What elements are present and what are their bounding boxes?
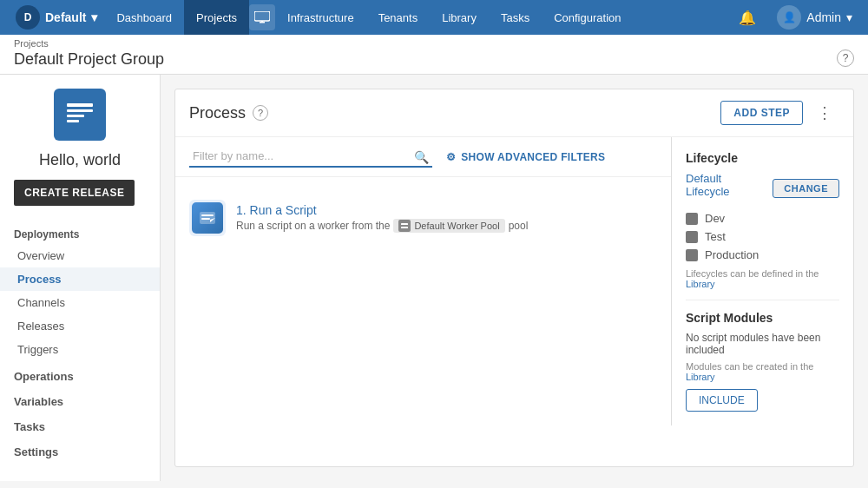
brand-avatar: D xyxy=(16,5,40,30)
step-desc-text: Run a script on a worker from the xyxy=(236,220,390,232)
nav-item-dashboard[interactable]: Dashboard xyxy=(104,0,184,35)
advanced-filters-button[interactable]: ⚙ SHOW ADVANCED FILTERS xyxy=(446,151,605,163)
svg-rect-8 xyxy=(201,214,214,216)
sidebar-item-triggers[interactable]: Triggers xyxy=(0,338,160,361)
create-release-button[interactable]: CREATE RELEASE xyxy=(14,180,135,206)
svg-rect-4 xyxy=(67,109,93,112)
svg-rect-9 xyxy=(201,218,210,220)
change-lifecycle-button[interactable]: CHANGE xyxy=(773,179,839,198)
script-modules-note: Modules can be created in the Library xyxy=(686,361,839,382)
svg-rect-5 xyxy=(67,115,84,117)
filter-icon: ⚙ xyxy=(446,151,456,163)
sidebar-item-tasks[interactable]: Tasks xyxy=(0,412,160,437)
filter-input-wrap: 🔍 xyxy=(189,146,432,168)
sidebar-item-process[interactable]: Process xyxy=(0,267,160,291)
panel-divider xyxy=(686,300,839,300)
sidebar-item-variables[interactable]: Variables xyxy=(0,386,160,412)
step-pool-suffix: pool xyxy=(509,220,529,232)
step-number: 1. xyxy=(236,203,247,217)
script-modules-title: Script Modules xyxy=(686,311,839,325)
user-name: Admin xyxy=(806,10,841,24)
sidebar-item-settings[interactable]: Settings xyxy=(0,437,160,462)
svg-rect-12 xyxy=(401,227,408,228)
nav-item-tasks[interactable]: Tasks xyxy=(489,0,542,35)
notification-bell-icon[interactable]: 🔔 xyxy=(732,6,763,30)
svg-rect-0 xyxy=(254,11,270,21)
pool-icon xyxy=(398,220,411,232)
phase-production-label: Production xyxy=(705,248,759,261)
process-title: Process xyxy=(189,104,246,122)
phase-dev-label: Dev xyxy=(705,212,725,225)
step-pool-name: Default Worker Pool xyxy=(414,221,499,231)
more-options-icon[interactable]: ⋮ xyxy=(810,100,839,126)
phase-test: Test xyxy=(686,230,839,243)
right-panel: Lifecycle Default Lifecycle CHANGE Dev T… xyxy=(671,137,853,425)
phase-production-icon xyxy=(686,249,698,261)
sidebar-item-overview[interactable]: Overview xyxy=(0,244,160,267)
user-menu[interactable]: 👤 Admin ▾ xyxy=(770,5,859,30)
lifecycle-header-row: Default Lifecycle CHANGE xyxy=(686,172,839,205)
main-layout: Hello, world CREATE RELEASE Deployments … xyxy=(0,75,868,481)
step-icon-inner xyxy=(192,202,223,234)
page-title: Default Project Group xyxy=(14,50,854,74)
nav-item-library[interactable]: Library xyxy=(430,0,489,35)
add-step-button[interactable]: ADD STEP xyxy=(720,101,803,125)
nav-item-infrastructure[interactable]: Infrastructure xyxy=(275,0,366,35)
nav-item-configuration[interactable]: Configuration xyxy=(542,0,633,35)
main-content-columns: 🔍 ⚙ SHOW ADVANCED FILTERS xyxy=(175,137,853,425)
include-button[interactable]: INCLUDE xyxy=(686,389,758,412)
phase-dev: Dev xyxy=(686,212,839,225)
nav-item-tenants[interactable]: Tenants xyxy=(366,0,431,35)
content-area: Process ? ADD STEP ⋮ 🔍 xyxy=(161,75,868,481)
nav-item-projects[interactable]: Projects xyxy=(184,0,249,35)
script-modules-library-link[interactable]: Library xyxy=(686,372,715,382)
sidebar: Hello, world CREATE RELEASE Deployments … xyxy=(0,75,161,481)
process-header-actions: ADD STEP ⋮ xyxy=(720,100,839,126)
filter-bar: 🔍 ⚙ SHOW ADVANCED FILTERS xyxy=(175,137,671,177)
lifecycle-library-link[interactable]: Library xyxy=(686,279,715,289)
phase-production: Production xyxy=(686,248,839,261)
search-icon: 🔍 xyxy=(414,150,429,164)
lifecycle-section-title: Lifecycle xyxy=(686,151,839,165)
breadcrumb-area: Projects Default Project Group ? xyxy=(0,35,868,75)
user-avatar: 👤 xyxy=(777,5,801,30)
phase-test-icon xyxy=(686,231,698,243)
process-header: Process ? ADD STEP ⋮ xyxy=(175,89,853,137)
breadcrumb-parent: Projects xyxy=(14,38,854,49)
table-row: 1. Run a Script Run a script on a worker… xyxy=(189,191,657,245)
sidebar-item-releases[interactable]: Releases xyxy=(0,314,160,338)
step-pool-badge: Default Worker Pool xyxy=(393,219,504,233)
lifecycle-note: Lifecycles can be defined in the Library xyxy=(686,268,839,289)
deployments-section-label: Deployments xyxy=(0,220,160,244)
project-name: Hello, world xyxy=(0,151,160,169)
top-navigation: D Default ▾ Dashboard Projects Infrastru… xyxy=(0,0,868,35)
svg-rect-3 xyxy=(67,103,93,107)
step-name[interactable]: 1. Run a Script xyxy=(236,203,528,217)
phase-dev-icon xyxy=(686,213,698,225)
step-details: 1. Run a Script Run a script on a worker… xyxy=(236,203,528,233)
project-icon xyxy=(54,89,106,141)
process-help-icon[interactable]: ? xyxy=(253,105,268,121)
nav-right: 🔔 👤 Admin ▾ xyxy=(732,5,859,30)
svg-rect-2 xyxy=(261,21,263,23)
content-panel: Process ? ADD STEP ⋮ 🔍 xyxy=(174,89,854,467)
nav-monitor-icon[interactable] xyxy=(249,4,275,30)
brand-dropdown-icon: ▾ xyxy=(91,10,97,24)
lifecycle-name: Default Lifecycle xyxy=(686,172,766,198)
phase-test-label: Test xyxy=(705,230,726,243)
advanced-filters-label: SHOW ADVANCED FILTERS xyxy=(461,151,605,163)
sidebar-item-operations[interactable]: Operations xyxy=(0,361,160,386)
process-main: 🔍 ⚙ SHOW ADVANCED FILTERS xyxy=(175,137,671,425)
nav-items: Dashboard Projects Infrastructure Tenant… xyxy=(104,0,732,35)
sidebar-item-channels[interactable]: Channels xyxy=(0,291,160,314)
process-title-area: Process ? xyxy=(189,104,268,122)
search-input[interactable] xyxy=(189,146,432,168)
brand-name: Default xyxy=(45,10,86,24)
help-icon[interactable]: ? xyxy=(837,49,854,67)
brand-selector[interactable]: D Default ▾ xyxy=(9,5,104,30)
step-description: Run a script on a worker from the xyxy=(236,219,528,233)
script-modules-desc: No script modules have been included xyxy=(686,332,839,356)
svg-rect-11 xyxy=(401,223,408,225)
user-dropdown-icon: ▾ xyxy=(846,10,852,24)
step-icon xyxy=(189,200,226,236)
